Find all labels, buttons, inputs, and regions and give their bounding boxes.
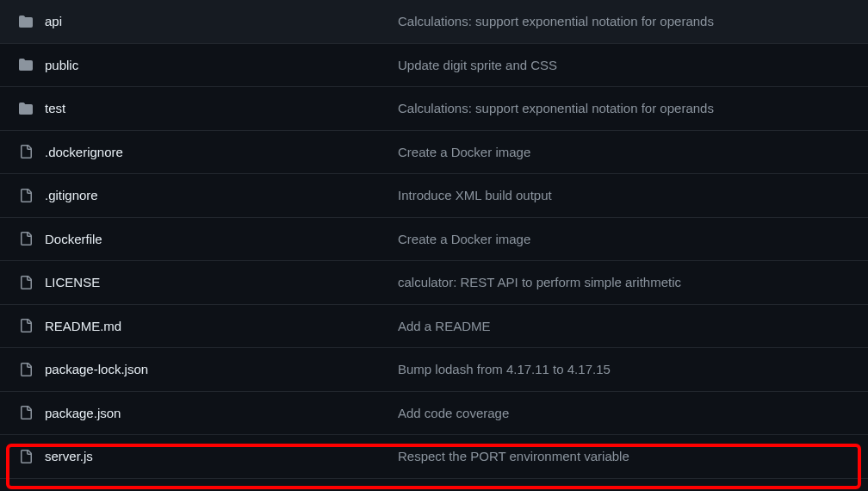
- file-row[interactable]: package-lock.jsonBump lodash from 4.17.1…: [0, 348, 868, 392]
- file-row[interactable]: LICENSEcalculator: REST API to perform s…: [0, 261, 868, 305]
- file-name: README.md: [36, 319, 398, 333]
- file-name-link[interactable]: package-lock.json: [45, 362, 148, 376]
- file-name-link[interactable]: package.json: [45, 406, 121, 420]
- commit-message-link[interactable]: calculator: REST API to perform simple a…: [398, 275, 681, 289]
- commit-message: Calculations: support exponential notati…: [398, 14, 852, 28]
- file-name: public: [36, 58, 398, 72]
- commit-message-link[interactable]: Calculations: support exponential notati…: [398, 14, 714, 28]
- commit-message: Bump lodash from 4.17.11 to 4.17.15: [398, 362, 852, 376]
- file-name-link[interactable]: .gitignore: [45, 188, 98, 202]
- commit-message: Create a Docker image: [398, 145, 852, 159]
- file-name: package.json: [36, 406, 398, 420]
- file-icon: [16, 232, 36, 246]
- file-list: apiCalculations: support exponential not…: [0, 0, 868, 479]
- commit-message-link[interactable]: Introduce XML build output: [398, 188, 552, 202]
- file-name-link[interactable]: server.js: [45, 449, 93, 463]
- folder-icon: [16, 58, 36, 71]
- file-name: Dockerfile: [36, 232, 398, 246]
- file-row[interactable]: README.mdAdd a README: [0, 305, 868, 349]
- commit-message: Create a Docker image: [398, 232, 852, 246]
- file-row[interactable]: DockerfileCreate a Docker image: [0, 218, 868, 262]
- commit-message: Calculations: support exponential notati…: [398, 101, 852, 115]
- folder-icon: [16, 15, 36, 28]
- file-row[interactable]: server.jsRespect the PORT environment va…: [0, 435, 868, 479]
- file-row[interactable]: testCalculations: support exponential no…: [0, 87, 868, 131]
- commit-message: Introduce XML build output: [398, 188, 852, 202]
- commit-message-link[interactable]: Update digit sprite and CSS: [398, 58, 557, 72]
- file-icon: [16, 450, 36, 463]
- commit-message-link[interactable]: Create a Docker image: [398, 232, 530, 246]
- file-icon: [16, 406, 36, 420]
- file-row[interactable]: apiCalculations: support exponential not…: [0, 0, 868, 44]
- file-name: test: [36, 101, 398, 115]
- commit-message: Add a README: [398, 319, 852, 333]
- file-icon: [16, 363, 36, 376]
- file-icon: [16, 276, 36, 289]
- file-name-link[interactable]: .dockerignore: [45, 145, 123, 159]
- file-name: server.js: [36, 449, 398, 463]
- commit-message-link[interactable]: Add a README: [398, 319, 491, 333]
- file-name-link[interactable]: public: [45, 58, 78, 72]
- commit-message-link[interactable]: Bump lodash from 4.17.11 to 4.17.15: [398, 362, 611, 376]
- file-name: .gitignore: [36, 188, 398, 202]
- file-name-link[interactable]: LICENSE: [45, 275, 100, 289]
- commit-message-link[interactable]: Add code coverage: [398, 406, 509, 420]
- file-name-link[interactable]: test: [45, 101, 65, 115]
- file-name-link[interactable]: Dockerfile: [45, 232, 102, 246]
- commit-message: Add code coverage: [398, 406, 852, 420]
- file-name: api: [36, 14, 398, 28]
- file-name: .dockerignore: [36, 145, 398, 159]
- file-name-link[interactable]: api: [45, 14, 62, 28]
- file-name-link[interactable]: README.md: [45, 319, 121, 333]
- file-row[interactable]: publicUpdate digit sprite and CSS: [0, 44, 868, 88]
- commit-message-link[interactable]: Create a Docker image: [398, 145, 530, 159]
- commit-message: Update digit sprite and CSS: [398, 58, 852, 72]
- file-icon: [16, 319, 36, 333]
- file-row[interactable]: .dockerignoreCreate a Docker image: [0, 131, 868, 175]
- file-name: package-lock.json: [36, 362, 398, 376]
- file-icon: [16, 189, 36, 202]
- commit-message-link[interactable]: Calculations: support exponential notati…: [398, 101, 714, 115]
- folder-icon: [16, 102, 36, 115]
- file-icon: [16, 145, 36, 158]
- file-name: LICENSE: [36, 275, 398, 289]
- commit-message: calculator: REST API to perform simple a…: [398, 275, 852, 289]
- file-row[interactable]: package.jsonAdd code coverage: [0, 392, 868, 436]
- commit-message-link[interactable]: Respect the PORT environment variable: [398, 449, 629, 463]
- file-row[interactable]: .gitignoreIntroduce XML build output: [0, 174, 868, 218]
- commit-message: Respect the PORT environment variable: [398, 449, 852, 463]
